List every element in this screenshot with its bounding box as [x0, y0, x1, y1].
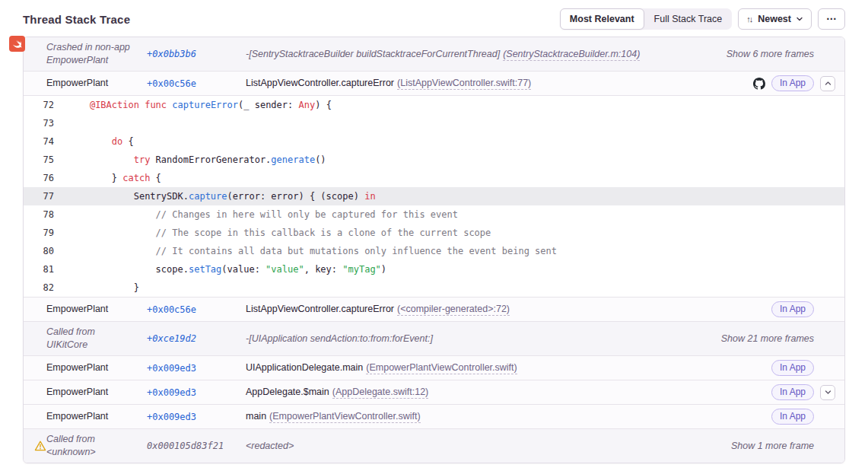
code-line: 79 // The scope in this callback is a cl…: [24, 224, 844, 242]
frame-address[interactable]: +0x0bb3b6: [147, 49, 246, 59]
frame-function: UIApplicationDelegate.main(EmpowerPlantV…: [246, 361, 771, 374]
stack-frame-row[interactable]: Called from<unknown>0x000105d83f21<redac…: [24, 428, 844, 463]
tab-full-stack-trace[interactable]: Full Stack Trace: [644, 8, 733, 30]
line-number: 80: [24, 242, 54, 260]
show-more-frames-link[interactable]: Show 21 more frames: [721, 333, 814, 344]
code-line: 72 @IBAction func captureError(_ sender:…: [24, 96, 844, 114]
frame-source-file-link[interactable]: (SentryStacktraceBuilder.m:104): [503, 49, 640, 61]
frame-address[interactable]: +0x009ed3: [147, 412, 246, 422]
frame-module-line: EmpowerPlant: [46, 303, 147, 316]
in-app-badge: In App: [771, 301, 814, 317]
line-number: 74: [24, 132, 54, 151]
frame-source-file-link[interactable]: (EmpowerPlantViewController.swift): [366, 362, 517, 374]
line-number: 79: [24, 224, 54, 242]
frame-function: AppDelegate.$main(AppDelegate.swift:12): [246, 386, 771, 399]
code-text: // The scope in this callback is a clone…: [54, 224, 491, 242]
expander-slot: [820, 331, 835, 346]
stack-frame-row[interactable]: Crashed in non-appEmpowerPlant+0x0bb3b6-…: [24, 37, 844, 71]
frame-module-line: EmpowerPlant: [46, 54, 147, 67]
code-line: 75 try RandomErrorGenerator.generate(): [24, 151, 844, 169]
stack-frame-row[interactable]: Called fromUIKitCore+0xce19d2-[UIApplica…: [24, 321, 844, 355]
sort-arrows-icon: ↑↓: [746, 14, 752, 24]
frame-module-line: Crashed in non-app: [46, 41, 147, 54]
code-line: 73: [24, 114, 844, 132]
frame-function: <redacted>: [246, 440, 731, 453]
frame-function-name: AppDelegate.$main: [246, 387, 329, 397]
line-number: 75: [24, 151, 54, 169]
code-text: try RandomErrorGenerator.generate(): [54, 151, 326, 169]
line-number: 78: [24, 205, 54, 224]
frame-source-file-link[interactable]: (AppDelegate.swift:12): [332, 387, 428, 399]
code-line: 82 }: [24, 278, 844, 297]
line-number: 81: [24, 260, 54, 278]
frame-module: Crashed in non-appEmpowerPlant: [24, 41, 147, 67]
stack-frame-row[interactable]: EmpowerPlant+0x009ed3main(EmpowerPlantVi…: [24, 404, 844, 428]
stack-frame-row[interactable]: EmpowerPlant+0x00c56eListAppViewControll…: [24, 297, 844, 321]
code-text: }: [54, 278, 139, 297]
code-text: @IBAction func captureError(_ sender: An…: [54, 96, 332, 114]
frame-function: -[SentryStacktraceBuilder buildStacktrac…: [246, 48, 727, 61]
frame-module-line: EmpowerPlant: [46, 361, 147, 374]
code-line: 81 scope.setTag(value: "value", key: "my…: [24, 260, 844, 278]
frame-address[interactable]: +0xce19d2: [147, 333, 246, 344]
frame-address[interactable]: +0x00c56e: [147, 304, 246, 315]
frame-function-name: -[SentryStacktraceBuilder buildStacktrac…: [246, 49, 500, 59]
frame-module: Called fromUIKitCore: [24, 326, 147, 352]
expander-slot: [820, 302, 835, 317]
code-line: 74 do {: [24, 132, 844, 151]
more-options-button[interactable]: ⋯: [818, 8, 845, 30]
frame-actions: In App: [771, 301, 835, 317]
warning-icon: [34, 440, 46, 452]
frame-actions: Show 6 more frames: [727, 46, 835, 62]
frame-source-file-link[interactable]: (<compiler-generated>:72): [397, 304, 510, 316]
sort-button[interactable]: ↑↓ Newest: [738, 8, 812, 30]
frame-module-line: Called from: [46, 326, 147, 339]
frame-function-name: main: [246, 411, 266, 422]
frame-module-line: EmpowerPlant: [46, 410, 147, 423]
line-number: 77: [24, 187, 54, 205]
frame-module-line: Called from: [46, 433, 147, 446]
in-app-badge: In App: [771, 409, 814, 425]
code-text: SentrySDK.capture(error: error) { (scope…: [54, 187, 376, 205]
code-text: [54, 114, 68, 132]
frame-module: EmpowerPlant: [24, 386, 147, 399]
frame-module: EmpowerPlant: [24, 410, 147, 423]
frame-module: EmpowerPlant: [24, 77, 147, 90]
frame-function-name: ListAppViewController.captureError: [246, 304, 394, 314]
chevron-up-button[interactable]: [820, 76, 835, 91]
frame-actions: In App: [771, 409, 835, 425]
stack-frame-row[interactable]: EmpowerPlant+0x009ed3UIApplicationDelega…: [24, 355, 844, 380]
expander-slot: [820, 361, 835, 376]
frame-address[interactable]: +0x009ed3: [147, 363, 246, 374]
chevron-down-icon: [796, 15, 803, 23]
frame-address[interactable]: +0x009ed3: [147, 387, 246, 398]
tab-most-relevant[interactable]: Most Relevant: [560, 8, 644, 30]
stack-frame-row[interactable]: EmpowerPlant+0x009ed3AppDelegate.$main(A…: [24, 380, 844, 404]
frame-actions: Show 21 more frames: [721, 331, 835, 346]
code-text: do {: [54, 132, 134, 151]
ellipsis-icon: ⋯: [826, 14, 837, 23]
line-number: 82: [24, 278, 54, 297]
show-more-frames-link[interactable]: Show 1 more frame: [731, 441, 814, 451]
frame-source-file-link[interactable]: (EmpowerPlantViewController.swift): [269, 411, 420, 423]
code-line: 80 // It contains all data but mutations…: [24, 242, 844, 260]
chevron-down-button[interactable]: [820, 385, 835, 400]
show-more-frames-link[interactable]: Show 6 more frames: [727, 49, 814, 59]
frame-function: main(EmpowerPlantViewController.swift): [246, 410, 771, 423]
github-icon[interactable]: [753, 78, 765, 90]
code-line: 78 // Changes in here will only be captu…: [24, 205, 844, 224]
stack-frame-row[interactable]: EmpowerPlant+0x00c56eListAppViewControll…: [24, 71, 844, 95]
code-text: scope.setTag(value: "value", key: "myTag…: [54, 260, 386, 278]
frame-function-name: UIApplicationDelegate.main: [246, 362, 363, 373]
line-number: 76: [24, 169, 54, 187]
frame-address[interactable]: +0x00c56e: [147, 78, 246, 89]
stack-trace-panel: Crashed in non-appEmpowerPlant+0x0bb3b6-…: [23, 37, 845, 463]
code-text: // It contains all data but mutations on…: [54, 242, 557, 260]
frame-address: 0x000105d83f21: [147, 441, 246, 451]
frame-actions: In App: [771, 360, 835, 376]
view-toggle: Most Relevant Full Stack Trace: [560, 8, 732, 30]
code-line: 76 } catch {: [24, 169, 844, 187]
frame-module: EmpowerPlant: [24, 303, 147, 316]
sort-button-label: Newest: [758, 14, 791, 24]
frame-source-file-link[interactable]: (ListAppViewController.swift:77): [397, 78, 531, 90]
